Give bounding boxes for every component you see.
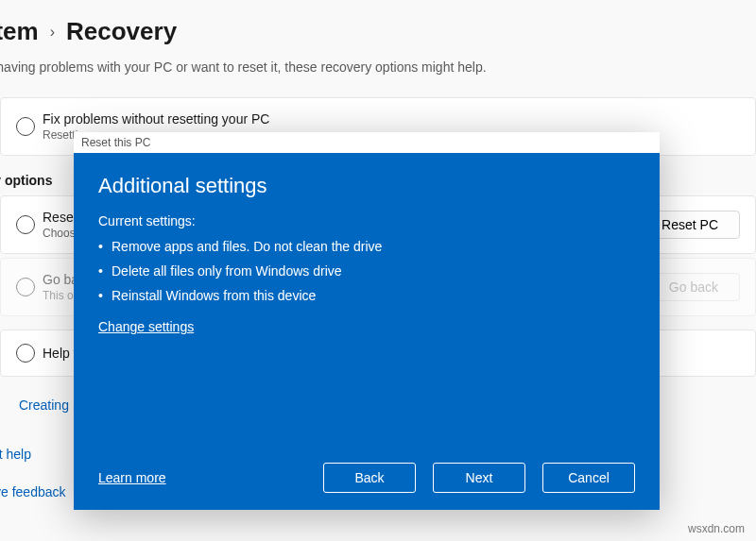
chevron-right-icon: › (50, 24, 55, 41)
cancel-button[interactable]: Cancel (542, 463, 635, 493)
link-label[interactable]: Get help (0, 441, 31, 467)
list-item: Reinstall Windows from this device (98, 283, 635, 308)
link-label[interactable]: Creating (19, 392, 69, 418)
watermark: wsxdn.com (688, 522, 745, 535)
list-item: Delete all files only from Windows drive (98, 259, 635, 283)
info-icon (16, 117, 35, 136)
next-button[interactable]: Next (433, 463, 525, 493)
current-settings-label: Current settings: (98, 213, 635, 228)
list-item: Remove apps and files. Do not clean the … (98, 234, 635, 259)
change-settings-link[interactable]: Change settings (98, 319, 635, 334)
help-icon (16, 344, 35, 363)
reset-this-pc-dialog: Reset this PC Additional settings Curren… (74, 132, 660, 510)
dialog-heading: Additional settings (98, 174, 635, 198)
learn-more-link[interactable]: Learn more (98, 470, 166, 485)
goback-icon (16, 278, 35, 296)
link-label[interactable]: Give feedback (0, 479, 66, 505)
current-settings-list: Remove apps and files. Do not clean the … (98, 234, 635, 308)
page-description: re having problems with your PC or want … (0, 59, 756, 75)
back-button[interactable]: Back (323, 463, 416, 493)
breadcrumb-current: Recovery (66, 17, 177, 46)
card-title: Fix problems without resetting your PC (43, 111, 740, 127)
go-back-button: Go back (647, 273, 740, 301)
breadcrumb-parent[interactable]: stem (0, 17, 39, 46)
breadcrumb: stem › Recovery (0, 0, 756, 56)
dialog-titlebar: Reset this PC (74, 132, 660, 153)
reset-icon (16, 215, 35, 234)
